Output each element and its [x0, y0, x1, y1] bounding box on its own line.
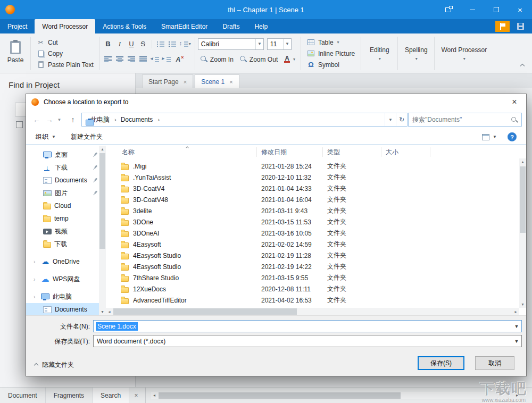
- file-row[interactable]: 4Easysoft Studio 2021-02-19 14:22 文件夹: [106, 261, 519, 272]
- symbol-button[interactable]: Ω Symbol: [304, 60, 358, 70]
- popout-button[interactable]: [436, 0, 460, 19]
- help-button[interactable]: ?: [508, 132, 517, 141]
- word-processor-menu-button[interactable]: Word Processor▾: [437, 35, 491, 72]
- editor-horizontal-scrollbar[interactable]: ◂ ▸: [151, 392, 520, 399]
- file-row[interactable]: 12XueDocs 2020-12-08 11:11 文件夹: [106, 283, 519, 295]
- scroll-down-icon[interactable]: ▾: [99, 308, 106, 315]
- file-row[interactable]: 4Easysoft Studio 2021-02-19 11:28 文件夹: [106, 250, 519, 261]
- bold-button[interactable]: B: [103, 38, 113, 50]
- bullet-list-button[interactable]: [155, 38, 166, 50]
- column-header-size[interactable]: 大小: [381, 147, 430, 157]
- outdent-button[interactable]: [149, 54, 160, 65]
- forward-button[interactable]: →: [44, 113, 55, 126]
- flag-button[interactable]: [495, 21, 510, 32]
- file-row[interactable]: 3DOneAI 2021-03-16 10:05 文件夹: [106, 228, 519, 239]
- clear-formatting-button[interactable]: A×: [173, 54, 184, 65]
- file-row[interactable]: 3delite 2021-03-11 9:43 文件夹: [106, 205, 519, 216]
- list-vertical-scrollbar[interactable]: ▴ ▾: [519, 158, 526, 308]
- scroll-up-icon[interactable]: ▴: [99, 146, 106, 153]
- scrollbar-thumb[interactable]: [520, 166, 526, 233]
- dialog-sidebar-item[interactable]: › Cloud: [26, 199, 99, 212]
- dialog-sidebar-item[interactable]: › Documents: [26, 303, 99, 315]
- menubar-item[interactable]: Word Processor: [35, 19, 95, 33]
- editing-menu-button[interactable]: Editing▾: [364, 35, 395, 72]
- file-row[interactable]: .YunTaiAssist 2020-12-10 11:32 文件夹: [106, 172, 519, 183]
- align-left-button[interactable]: [103, 54, 113, 65]
- save-button[interactable]: [514, 21, 527, 32]
- filename-input[interactable]: Scene 1.docx ▼: [93, 320, 522, 332]
- close-button[interactable]: ×: [508, 0, 532, 19]
- history-dropdown-icon[interactable]: ▼: [56, 113, 63, 126]
- dialog-sidebar-item[interactable]: › 桌面: [26, 148, 99, 161]
- maximize-button[interactable]: [484, 0, 508, 19]
- document-tab[interactable]: Start Page ×: [142, 74, 193, 88]
- file-row[interactable]: 3DOne 2021-03-15 11:53 文件夹: [106, 216, 519, 228]
- bottom-panel-tab[interactable]: Fragments: [46, 388, 93, 403]
- refresh-icon[interactable]: ↻: [396, 113, 407, 126]
- tab-close-icon[interactable]: ×: [184, 79, 187, 85]
- paste-plain-button[interactable]: Paste Plain Text: [34, 60, 97, 70]
- column-header-type[interactable]: 类型: [323, 147, 381, 157]
- up-button[interactable]: ↑: [66, 113, 79, 126]
- scroll-down-icon[interactable]: ▾: [519, 301, 526, 308]
- justify-button[interactable]: [138, 54, 148, 65]
- breadcrumb-documents[interactable]: Documents ›: [119, 116, 162, 123]
- underline-button[interactable]: U: [126, 38, 137, 50]
- scroll-left-icon[interactable]: ◂: [106, 308, 113, 315]
- italic-button[interactable]: I: [114, 38, 125, 50]
- expander-icon[interactable]: ›: [34, 259, 38, 265]
- dialog-sidebar-item[interactable]: › 下载: [26, 161, 99, 174]
- scrollbar-thumb[interactable]: [99, 153, 105, 249]
- sidebar-scrollbar[interactable]: ▴ ▾: [99, 146, 106, 315]
- zoom-in-button[interactable]: Zoom In: [198, 54, 236, 65]
- list-horizontal-scrollbar[interactable]: ◂ ▸: [106, 308, 519, 315]
- font-size-select[interactable]: 11 ▼: [267, 38, 292, 50]
- dialog-close-button[interactable]: ×: [508, 96, 521, 108]
- chevron-down-icon[interactable]: ▼: [512, 321, 521, 332]
- cut-button[interactable]: ✂ Cut: [34, 37, 97, 48]
- menubar-item[interactable]: SmartEdit Editor: [154, 19, 215, 33]
- dialog-sidebar-item[interactable]: › 图片: [26, 187, 99, 199]
- minimize-button[interactable]: [460, 0, 484, 19]
- font-color-button[interactable]: A▾: [281, 54, 298, 65]
- document-tab[interactable]: Scene 1 ×: [195, 74, 239, 88]
- find-option-checkbox[interactable]: [16, 121, 23, 128]
- scroll-left-icon[interactable]: ◂: [151, 392, 157, 399]
- dialog-sidebar-item[interactable]: › temp: [26, 212, 99, 225]
- scroll-up-icon[interactable]: ▴: [519, 158, 526, 165]
- new-folder-button[interactable]: 新建文件夹: [71, 132, 103, 141]
- table-button[interactable]: Table▾: [304, 37, 358, 48]
- expander-icon[interactable]: ›: [34, 276, 38, 282]
- back-button[interactable]: ←: [30, 113, 43, 126]
- cancel-button[interactable]: 取消: [475, 356, 514, 370]
- address-bar[interactable]: 此电脑 › Documents › ▼ ↻: [81, 113, 408, 127]
- align-right-button[interactable]: [126, 54, 137, 65]
- dialog-sidebar-item[interactable]: › WPS网盘: [26, 273, 99, 286]
- spelling-menu-button[interactable]: Spelling▾: [401, 35, 431, 72]
- strikethrough-button[interactable]: S: [138, 38, 148, 50]
- hide-folders-button[interactable]: 隐藏文件夹: [35, 360, 74, 370]
- view-mode-button[interactable]: ▼: [482, 134, 497, 140]
- file-row[interactable]: 3D-CoatV4 2021-01-04 14:33 文件夹: [106, 183, 519, 194]
- bottom-panel-tab[interactable]: Search: [93, 388, 129, 403]
- copy-button[interactable]: Copy: [34, 48, 97, 59]
- dialog-sidebar-item[interactable]: › 此电脑: [26, 290, 99, 303]
- search-input[interactable]: 搜索"Documents": [408, 113, 522, 127]
- align-center-button[interactable]: [114, 54, 125, 65]
- chevron-down-icon[interactable]: ▼: [283, 39, 291, 49]
- bottom-panel-tab[interactable]: Document: [0, 388, 46, 403]
- expander-icon[interactable]: ›: [34, 294, 38, 300]
- line-spacing-button[interactable]: ▾: [179, 38, 192, 50]
- scroll-right-icon[interactable]: ▸: [512, 308, 519, 315]
- menubar-item[interactable]: Drafts: [215, 19, 247, 33]
- organize-button[interactable]: 组织 ▼: [36, 132, 56, 141]
- paste-button[interactable]: Paste: [3, 35, 28, 69]
- menubar-item[interactable]: Actions & Tools: [95, 19, 154, 33]
- scrollbar-thumb[interactable]: [159, 392, 401, 399]
- font-family-select[interactable]: Calibri ▼: [198, 38, 264, 50]
- dialog-sidebar-item[interactable]: › 视频: [26, 225, 99, 238]
- chevron-down-icon[interactable]: ▼: [512, 335, 521, 347]
- file-row[interactable]: 7thShare Studio 2021-03-15 9:55 文件夹: [106, 272, 519, 283]
- menubar-item[interactable]: Help: [247, 19, 275, 33]
- file-row[interactable]: 4Easysoft 2021-02-02 14:59 文件夹: [106, 239, 519, 250]
